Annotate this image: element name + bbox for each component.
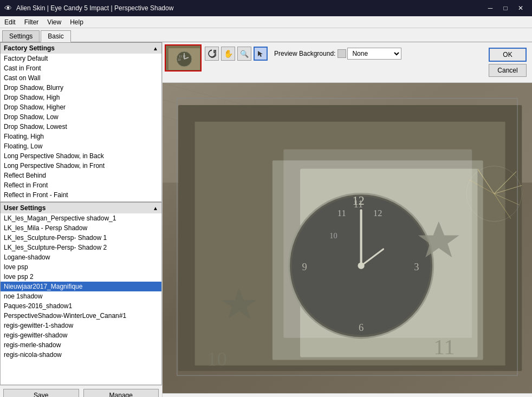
preview-area: 12 11 3 6 9 11 12 10 xyxy=(163,83,532,393)
list-item-user-7[interactable]: Nieuwjaar2017_Magnifique xyxy=(1,282,161,291)
factory-settings-header: Factory Settings ▲ xyxy=(0,42,162,54)
list-item-user-0[interactable]: LK_les_Magan_Perspective shadow_1 xyxy=(1,213,161,223)
list-item-user-9[interactable]: Paques-2016_shadow1 xyxy=(1,301,161,311)
user-scroll-up[interactable]: ▲ xyxy=(153,205,158,211)
tabs-bar: Settings Basic xyxy=(0,28,532,42)
tab-settings[interactable]: Settings xyxy=(2,30,40,42)
list-item-drop-shadow-lowest[interactable]: Drop Shadow, Lowest xyxy=(1,122,161,132)
svg-text:11: 11 xyxy=(433,335,455,359)
list-item-user-1[interactable]: LK_les_Mila - Persp Shadow xyxy=(1,223,161,233)
cancel-button[interactable]: Cancel xyxy=(489,64,527,77)
factory-scroll-up[interactable]: ▲ xyxy=(153,45,158,51)
save-button[interactable]: Save xyxy=(3,389,79,397)
list-item-drop-shadow-low[interactable]: Drop Shadow, Low xyxy=(1,112,161,122)
ok-button[interactable]: OK xyxy=(489,48,527,62)
title-bar: 👁 Alien Skin | Eye Candy 5 Impact | Pers… xyxy=(0,0,532,16)
list-item-user-11[interactable]: regis-gewitter-1-shadow xyxy=(1,321,161,330)
menu-help[interactable]: Help xyxy=(66,17,88,27)
list-item-user-10[interactable]: PerspectiveShadow-WinterLove_Canan#1 xyxy=(1,311,161,321)
menu-filter[interactable]: Filter xyxy=(20,17,43,27)
list-item-user-13[interactable]: regis-merle-shadow xyxy=(1,340,161,350)
menu-bar: Edit Filter View Help xyxy=(0,16,532,28)
preview-thumbnail[interactable]: 11 12 10 xyxy=(165,44,202,71)
tool-zoom-button[interactable]: 🔍 xyxy=(237,47,251,61)
list-item-cast-in-front[interactable]: Cast in Front xyxy=(1,63,161,73)
list-item-long-persp-front[interactable]: Long Perspective Shadow, in Front xyxy=(1,161,161,171)
list-item-drop-shadow-blurry[interactable]: Drop Shadow, Blurry xyxy=(1,83,161,93)
tool-pointer-button[interactable] xyxy=(254,47,268,61)
list-item-user-4[interactable]: Logane-shadow xyxy=(1,252,161,262)
menu-edit[interactable]: Edit xyxy=(0,17,20,27)
list-item-drop-shadow-higher[interactable]: Drop Shadow, Higher xyxy=(1,102,161,112)
list-item-user-14[interactable]: regis-nicola-shadow xyxy=(1,350,161,360)
list-item-user-12[interactable]: regis-gewitter-shadow xyxy=(1,330,161,340)
preview-bg-label: Preview Background: xyxy=(274,50,335,57)
list-item-cast-on-wall[interactable]: Cast on Wall xyxy=(1,73,161,83)
list-item-user-5[interactable]: love psp xyxy=(1,262,161,272)
window-title: Alien Skin | Eye Candy 5 Impact | Perspe… xyxy=(16,4,173,12)
list-item-drop-shadow-high[interactable]: Drop Shadow, High xyxy=(1,93,161,102)
svg-rect-41 xyxy=(283,149,472,338)
preview-bg-color-swatch[interactable] xyxy=(338,49,346,58)
tool-reset-button[interactable] xyxy=(205,47,219,61)
manage-button[interactable]: Manage xyxy=(83,389,159,397)
list-item-floating-high[interactable]: Floating, High xyxy=(1,132,161,141)
minimize-button[interactable]: ─ xyxy=(483,3,497,14)
svg-text:10: 10 xyxy=(178,58,181,61)
list-item-reflect-in-front-faint[interactable]: Reflect in Front - Faint xyxy=(1,190,161,200)
preview-bg-select[interactable]: None Black White Gray xyxy=(347,48,401,60)
ok-cancel-area: OK Cancel xyxy=(489,44,530,80)
close-button[interactable]: ✕ xyxy=(514,3,528,14)
list-item-long-persp-back[interactable]: Long Perspective Shadow, in Back xyxy=(1,151,161,161)
preview-image: 12 11 3 6 9 11 12 10 xyxy=(163,83,532,393)
list-item-user-2[interactable]: LK_les_Sculpture-Persp- Shadow 1 xyxy=(1,233,161,243)
list-item-reflect-in-front[interactable]: Reflect in Front xyxy=(1,180,161,190)
svg-text:10: 10 xyxy=(207,348,227,370)
list-item-factory-default[interactable]: Factory Default xyxy=(1,54,161,63)
user-settings-header: User Settings ▲ xyxy=(0,202,162,213)
list-item-user-6[interactable]: love psp 2 xyxy=(1,272,161,282)
user-settings-list[interactable]: LK_les_Magan_Perspective shadow_1 LK_les… xyxy=(0,213,162,385)
tool-pan-button[interactable]: ✋ xyxy=(221,47,235,61)
bottom-buttons: Save Manage xyxy=(0,385,162,397)
app-icon: 👁 xyxy=(4,4,12,12)
list-item-reflect-behind[interactable]: Reflect Behind xyxy=(1,171,161,180)
list-item-user-3[interactable]: LK_les_Sculpture-Persp- Shadow 2 xyxy=(1,243,161,252)
factory-settings-list[interactable]: Factory Default Cast in Front Cast on Wa… xyxy=(0,54,162,202)
list-item-floating-low[interactable]: Floating, Low xyxy=(1,141,161,151)
menu-view[interactable]: View xyxy=(43,17,66,27)
maximize-button[interactable]: □ xyxy=(498,3,512,14)
list-item-user-8[interactable]: noe 1shadow xyxy=(1,291,161,301)
status-bar: 100% xyxy=(163,393,532,397)
tab-basic[interactable]: Basic xyxy=(41,30,70,42)
